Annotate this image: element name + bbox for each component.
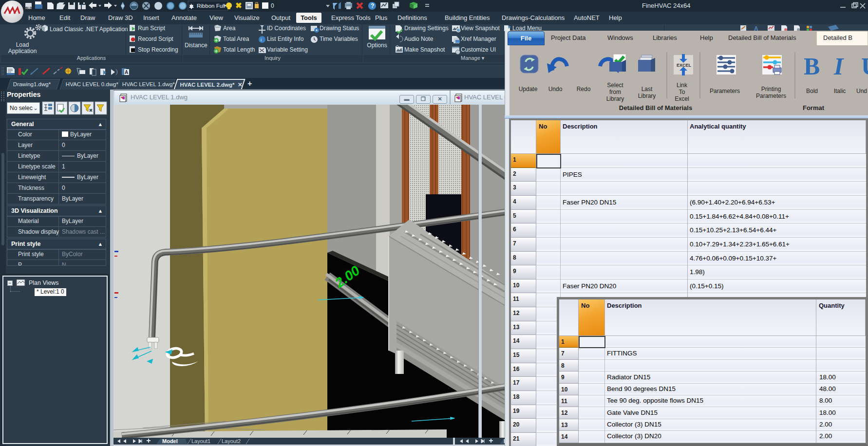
svg-text:BLD: BLD	[25, 6, 32, 10]
svg-text:Model: Model	[162, 438, 178, 444]
svg-text:i: i	[261, 37, 262, 42]
svg-text:Layout2: Layout2	[222, 438, 241, 444]
svg-text:A: A	[125, 70, 128, 75]
svg-text:0: 0	[271, 2, 274, 9]
svg-text:Layout1: Layout1	[191, 438, 210, 444]
svg-text:U: U	[861, 53, 868, 80]
svg-text:I: I	[833, 53, 844, 80]
svg-text:EXCEL: EXCEL	[677, 63, 692, 68]
svg-text:?: ?	[371, 2, 374, 9]
svg-text:BLD: BLD	[35, 1, 41, 4]
svg-text:FineHVAC 24x64: FineHVAC 24x64	[642, 2, 690, 9]
svg-text:Ribbon Full: Ribbon Full	[197, 3, 225, 9]
svg-text:B: B	[804, 53, 820, 80]
